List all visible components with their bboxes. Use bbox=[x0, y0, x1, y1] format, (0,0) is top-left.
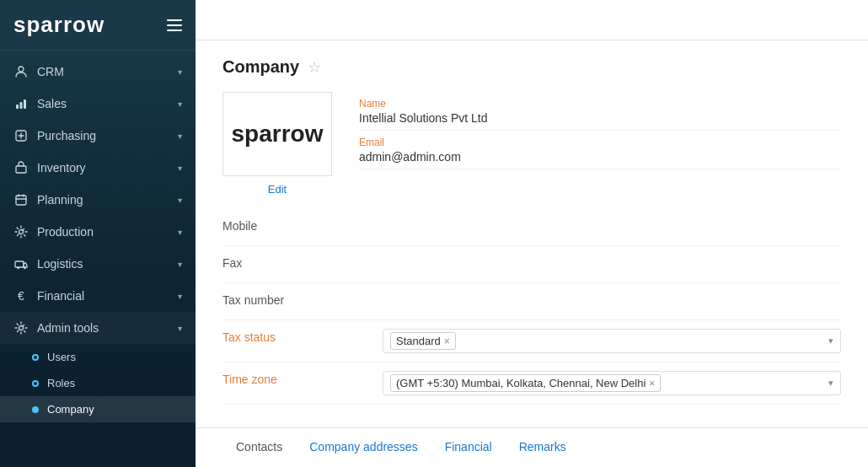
roles-dot bbox=[32, 380, 39, 387]
tax-status-field-row: Tax status Standard × ▾ bbox=[222, 320, 841, 362]
sidebar-item-crm[interactable]: CRM ▾ bbox=[0, 56, 196, 88]
svg-point-9 bbox=[17, 267, 19, 269]
tax-status-select[interactable]: Standard × ▾ bbox=[383, 329, 841, 353]
company-logo-box: sparrow bbox=[222, 92, 332, 176]
fax-field-row: Fax bbox=[222, 246, 841, 283]
email-label: Email bbox=[359, 137, 841, 148]
favorite-star-icon[interactable]: ☆ bbox=[308, 58, 321, 77]
sidebar-label-users: Users bbox=[47, 351, 76, 363]
tab-company-addresses[interactable]: Company addresses bbox=[296, 428, 431, 467]
planning-icon bbox=[13, 192, 29, 207]
financial-chevron: ▾ bbox=[178, 292, 182, 301]
sidebar-label-logistics: Logistics bbox=[37, 257, 83, 271]
timezone-label: Time zone bbox=[222, 371, 383, 386]
tax-status-label: Tax status bbox=[222, 329, 383, 344]
tax-status-arrow-icon: ▾ bbox=[828, 335, 833, 346]
sales-chevron: ▾ bbox=[178, 99, 182, 109]
sidebar-logo: sparrow bbox=[13, 12, 104, 38]
sidebar-label-financial: Financial bbox=[37, 289, 84, 303]
purchasing-chevron: ▾ bbox=[178, 132, 182, 141]
sidebar-label-company: Company bbox=[47, 403, 94, 416]
main-content: Company ☆ sparrow Edit Name Intellial So… bbox=[196, 0, 868, 467]
sales-icon bbox=[13, 96, 29, 111]
sidebar-item-roles[interactable]: Roles bbox=[0, 370, 196, 396]
sidebar-item-sales[interactable]: Sales ▾ bbox=[0, 88, 196, 120]
admin-tools-chevron: ▾ bbox=[178, 324, 182, 333]
timezone-select[interactable]: (GMT +5:30) Mumbai, Kolkata, Chennai, Ne… bbox=[383, 371, 841, 395]
purchasing-icon bbox=[13, 128, 29, 143]
svg-rect-5 bbox=[16, 166, 26, 173]
crm-icon bbox=[13, 64, 29, 79]
tab-financial[interactable]: Financial bbox=[431, 428, 506, 467]
svg-rect-6 bbox=[16, 196, 26, 205]
tax-status-tag-close[interactable]: × bbox=[444, 335, 450, 347]
production-chevron: ▾ bbox=[178, 228, 182, 237]
fax-label: Fax bbox=[222, 255, 383, 270]
svg-point-10 bbox=[24, 267, 25, 269]
sidebar-item-planning[interactable]: Planning ▾ bbox=[0, 184, 196, 216]
inventory-icon bbox=[13, 160, 29, 175]
tax-number-field-row: Tax number bbox=[222, 283, 841, 320]
sidebar-item-company[interactable]: Company bbox=[0, 396, 196, 422]
company-logo-section: sparrow Edit bbox=[222, 92, 332, 196]
company-logo-text: sparrow bbox=[232, 121, 324, 148]
svg-point-0 bbox=[19, 67, 24, 72]
full-fields: Mobile Fax Tax number Tax status Standar… bbox=[222, 209, 841, 405]
sidebar-label-purchasing: Purchasing bbox=[37, 129, 96, 142]
sidebar-label-admin-tools: Admin tools bbox=[37, 321, 99, 335]
mobile-field-row: Mobile bbox=[222, 209, 841, 246]
page-title: Company bbox=[222, 57, 299, 77]
sidebar-nav: CRM ▾ Sales ▾ Purchasing ▾ bbox=[0, 51, 196, 467]
tax-number-label: Tax number bbox=[222, 292, 383, 307]
sidebar-item-financial[interactable]: € Financial ▾ bbox=[0, 280, 196, 312]
tab-contacts[interactable]: Contacts bbox=[222, 428, 296, 467]
logistics-icon bbox=[13, 256, 29, 271]
timezone-arrow-icon: ▾ bbox=[828, 378, 833, 389]
sidebar-header: sparrow bbox=[0, 0, 196, 51]
crm-chevron: ▾ bbox=[178, 67, 182, 77]
svg-rect-8 bbox=[15, 261, 24, 267]
svg-rect-2 bbox=[20, 102, 23, 109]
company-dot bbox=[32, 406, 39, 413]
planning-chevron: ▾ bbox=[178, 196, 182, 205]
sidebar-item-purchasing[interactable]: Purchasing ▾ bbox=[0, 120, 196, 152]
svg-rect-1 bbox=[16, 105, 19, 109]
content-area: Company ☆ sparrow Edit Name Intellial So… bbox=[196, 40, 868, 427]
name-field-row: Name Intellial Solutions Pvt Ltd bbox=[359, 92, 841, 131]
timezone-tag-close[interactable]: × bbox=[649, 378, 655, 389]
admin-tools-icon bbox=[13, 320, 29, 335]
email-field-row: Email admin@admin.com bbox=[359, 131, 841, 169]
edit-logo-link[interactable]: Edit bbox=[268, 183, 287, 196]
name-label: Name bbox=[359, 98, 841, 110]
svg-rect-3 bbox=[24, 99, 26, 109]
tab-remarks[interactable]: Remarks bbox=[506, 428, 580, 467]
sidebar: sparrow CRM ▾ Sales ▾ bbox=[0, 0, 196, 467]
logistics-chevron: ▾ bbox=[178, 260, 182, 269]
name-email-fields: Name Intellial Solutions Pvt Ltd Email a… bbox=[359, 92, 841, 196]
page-header: Company ☆ bbox=[222, 57, 841, 77]
sidebar-label-roles: Roles bbox=[47, 377, 75, 389]
sidebar-item-logistics[interactable]: Logistics ▾ bbox=[0, 248, 196, 280]
form-layout: sparrow Edit Name Intellial Solutions Pv… bbox=[222, 92, 841, 196]
financial-icon: € bbox=[13, 288, 29, 303]
timezone-field-row: Time zone (GMT +5:30) Mumbai, Kolkata, C… bbox=[222, 362, 841, 405]
timezone-tag: (GMT +5:30) Mumbai, Kolkata, Chennai, Ne… bbox=[390, 374, 661, 392]
bottom-tabs: Contacts Company addresses Financial Rem… bbox=[196, 427, 868, 467]
email-value: admin@admin.com bbox=[359, 150, 841, 164]
name-value: Intellial Solutions Pvt Ltd bbox=[359, 111, 841, 125]
inventory-chevron: ▾ bbox=[178, 164, 182, 173]
sidebar-item-admin-tools[interactable]: Admin tools ▾ bbox=[0, 312, 196, 344]
users-dot bbox=[32, 354, 39, 361]
hamburger-menu[interactable] bbox=[167, 19, 182, 31]
topbar bbox=[196, 0, 868, 40]
sidebar-item-production[interactable]: Production ▾ bbox=[0, 216, 196, 248]
sidebar-label-inventory: Inventory bbox=[37, 161, 86, 174]
sidebar-label-sales: Sales bbox=[37, 97, 67, 110]
sidebar-label-crm: CRM bbox=[37, 65, 64, 78]
tax-status-tag: Standard × bbox=[390, 332, 456, 350]
sidebar-item-inventory[interactable]: Inventory ▾ bbox=[0, 152, 196, 184]
sidebar-item-users[interactable]: Users bbox=[0, 344, 196, 370]
sidebar-label-planning: Planning bbox=[37, 193, 83, 207]
sidebar-label-production: Production bbox=[37, 225, 94, 239]
production-icon bbox=[13, 224, 29, 239]
